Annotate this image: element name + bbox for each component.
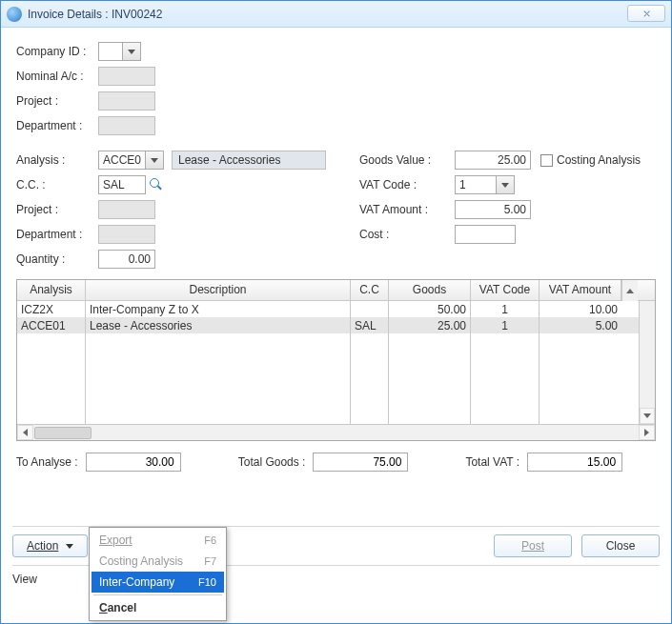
total-vat-label: Total VAT : [465, 455, 519, 469]
cell-analysis: ICZ2X [17, 301, 86, 317]
nominal-input[interactable] [98, 67, 155, 86]
nominal-label: Nominal A/c : [16, 70, 98, 83]
costing-label: Costing Analysis [557, 153, 641, 167]
project2-label: Project : [16, 203, 98, 216]
vat-amount-label: VAT Amount : [359, 203, 455, 216]
vat-code-dropdown-button[interactable] [496, 175, 515, 194]
chevron-down-icon [501, 183, 509, 188]
window-title: Invoice Details : INV00242 [28, 8, 162, 21]
analysis-description: Lease - Accessories [172, 151, 326, 170]
to-analyse-label: To Analyse : [16, 455, 78, 469]
costing-checkbox[interactable] [540, 154, 553, 167]
cell-vat-amount: 5.00 [540, 317, 621, 333]
cell-goods: 50.00 [389, 301, 471, 317]
menu-export[interactable]: Export F6 [92, 530, 224, 551]
app-icon [7, 7, 22, 22]
col-goods[interactable]: Goods [389, 280, 471, 300]
cell-cc [351, 301, 389, 317]
cell-goods: 25.00 [389, 317, 471, 333]
chevron-down-icon [66, 544, 73, 549]
grid-vscrollbar[interactable] [639, 301, 655, 424]
col-cc[interactable]: C.C [351, 280, 389, 300]
menu-separator [93, 594, 222, 595]
cell-vat-code: 1 [471, 301, 540, 317]
menu-costing-analysis[interactable]: Costing Analysis F7 [92, 551, 224, 572]
menu-inter-company[interactable]: Inter-Company F10 [92, 572, 224, 593]
total-goods-label: Total Goods : [238, 455, 306, 469]
company-id-combo[interactable] [98, 42, 141, 61]
grid-vscroll-head [621, 280, 638, 301]
post-button[interactable]: Post [494, 534, 572, 557]
company-id-dropdown-button[interactable] [122, 42, 141, 61]
scroll-down-button[interactable] [640, 408, 655, 424]
menu-cancel[interactable]: Cancel [92, 597, 224, 618]
analysis-input[interactable] [98, 151, 146, 170]
cell-description: Inter-Company Z to X [86, 301, 351, 317]
vat-code-input[interactable] [455, 175, 497, 194]
total-goods-value [313, 453, 408, 472]
window-close-button[interactable]: ⤬ [627, 5, 665, 22]
action-menu[interactable]: Export F6 Costing Analysis F7 Inter-Comp… [89, 527, 227, 621]
scroll-left-button[interactable] [17, 425, 33, 440]
titlebar: Invoice Details : INV00242 ⤬ [1, 1, 671, 28]
department-label: Department : [16, 119, 98, 132]
to-analyse-value [86, 453, 181, 472]
close-button[interactable]: Close [581, 534, 660, 557]
cell-vat-amount: 10.00 [540, 301, 621, 317]
content: Company ID : Nominal A/c : Project : Dep… [1, 28, 671, 472]
col-vat-code[interactable]: VAT Code [471, 280, 540, 300]
col-vat-amount[interactable]: VAT Amount [540, 280, 621, 300]
grid-header: Analysis Description C.C Goods VAT Code … [17, 280, 655, 301]
cell-description: Lease - Accessories [86, 317, 351, 333]
col-analysis[interactable]: Analysis [17, 280, 86, 300]
action-button[interactable]: Action [12, 534, 88, 557]
vat-code-combo[interactable] [455, 175, 515, 194]
analysis-dropdown-button[interactable] [145, 151, 164, 170]
scroll-right-button[interactable] [639, 425, 655, 440]
quantity-input[interactable] [98, 250, 155, 269]
search-icon[interactable] [150, 178, 163, 191]
project2-input[interactable] [98, 200, 155, 219]
goods-value-label: Goods Value : [359, 153, 455, 167]
company-id-label: Company ID : [16, 45, 98, 58]
cc-label: C.C. : [16, 178, 98, 191]
company-id-input[interactable] [98, 42, 123, 61]
totals-row: To Analyse : Total Goods : Total VAT : [16, 453, 656, 472]
close-icon: ⤬ [642, 8, 651, 20]
department2-label: Department : [16, 228, 98, 241]
scroll-down-icon [643, 413, 651, 418]
table-row[interactable]: ACCE01Lease - AccessoriesSAL25.0015.00 [17, 317, 639, 333]
scroll-up-icon [626, 289, 634, 293]
grid-body[interactable]: ICZ2XInter-Company Z to X50.00110.00ACCE… [17, 301, 639, 424]
grid-hscrollbar[interactable] [17, 424, 655, 440]
col-description[interactable]: Description [86, 280, 351, 300]
cost-label: Cost : [359, 228, 455, 241]
cell-vat-code: 1 [471, 317, 540, 333]
chevron-down-icon [151, 158, 158, 163]
window: Invoice Details : INV00242 ⤬ Company ID … [0, 0, 672, 624]
department2-input[interactable] [98, 225, 155, 244]
scroll-left-icon [23, 429, 28, 436]
goods-value-input[interactable] [455, 151, 531, 170]
hscroll-thumb[interactable] [34, 427, 92, 439]
cell-cc: SAL [351, 317, 389, 333]
quantity-label: Quantity : [16, 252, 98, 266]
cell-analysis: ACCE01 [17, 317, 86, 333]
action-label: Action [27, 539, 58, 553]
vat-code-label: VAT Code : [359, 178, 455, 191]
project-label: Project : [16, 94, 98, 108]
analysis-label: Analysis : [16, 153, 98, 167]
table-row[interactable]: ICZ2XInter-Company Z to X50.00110.00 [17, 301, 639, 317]
chevron-down-icon [128, 50, 135, 54]
analysis-combo[interactable] [98, 151, 164, 170]
department-input[interactable] [98, 116, 155, 135]
analysis-grid[interactable]: Analysis Description C.C Goods VAT Code … [16, 279, 656, 441]
scroll-right-icon [644, 429, 649, 436]
cost-input[interactable] [455, 225, 516, 244]
total-vat-value [527, 453, 622, 472]
cc-input[interactable] [98, 175, 146, 194]
view-label: View [12, 573, 37, 586]
project-input[interactable] [98, 91, 155, 111]
vat-amount-input[interactable] [455, 200, 531, 219]
